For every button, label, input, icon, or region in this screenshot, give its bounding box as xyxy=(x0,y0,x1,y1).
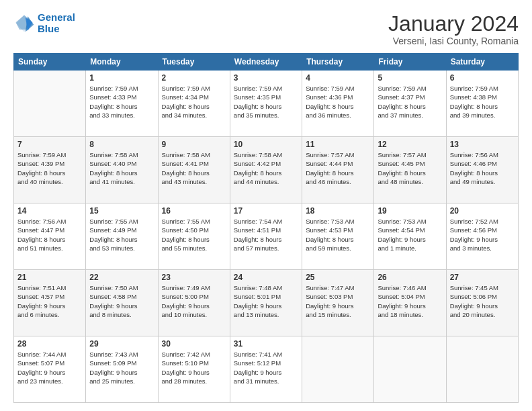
day-number: 15 xyxy=(89,206,154,216)
cell-info: Sunrise: 7:54 AM Sunset: 4:51 PM Dayligh… xyxy=(234,217,298,253)
day-number: 25 xyxy=(306,273,370,282)
calendar-day-header: Thursday xyxy=(302,54,374,71)
cell-info: Sunrise: 7:41 AM Sunset: 5:12 PM Dayligh… xyxy=(234,350,298,385)
cell-info: Sunrise: 7:58 AM Sunset: 4:41 PM Dayligh… xyxy=(162,150,226,186)
cell-info: Sunrise: 7:55 AM Sunset: 4:50 PM Dayligh… xyxy=(162,217,226,253)
calendar-cell: 5Sunrise: 7:59 AM Sunset: 4:37 PM Daylig… xyxy=(374,71,446,137)
day-number: 30 xyxy=(162,339,226,349)
cell-info: Sunrise: 7:59 AM Sunset: 4:36 PM Dayligh… xyxy=(306,84,370,120)
calendar-cell: 1Sunrise: 7:59 AM Sunset: 4:33 PM Daylig… xyxy=(86,71,158,137)
cell-info: Sunrise: 7:47 AM Sunset: 5:03 PM Dayligh… xyxy=(306,283,370,319)
logo-icon xyxy=(13,13,35,34)
cell-info: Sunrise: 7:59 AM Sunset: 4:38 PM Dayligh… xyxy=(450,84,515,120)
day-number: 14 xyxy=(17,206,82,216)
cell-info: Sunrise: 7:48 AM Sunset: 5:01 PM Dayligh… xyxy=(234,283,298,319)
calendar-day-header: Friday xyxy=(374,54,446,71)
cell-info: Sunrise: 7:58 AM Sunset: 4:40 PM Dayligh… xyxy=(89,150,154,186)
calendar-week-row: 1Sunrise: 7:59 AM Sunset: 4:33 PM Daylig… xyxy=(14,71,519,137)
cell-info: Sunrise: 7:58 AM Sunset: 4:42 PM Dayligh… xyxy=(234,150,298,186)
calendar-cell: 27Sunrise: 7:45 AM Sunset: 5:06 PM Dayli… xyxy=(446,270,518,336)
cell-info: Sunrise: 7:46 AM Sunset: 5:04 PM Dayligh… xyxy=(378,283,442,319)
page: General Blue January 2024 Verseni, Iasi … xyxy=(0,0,532,411)
cell-info: Sunrise: 7:59 AM Sunset: 4:35 PM Dayligh… xyxy=(234,84,298,120)
calendar-cell: 11Sunrise: 7:57 AM Sunset: 4:44 PM Dayli… xyxy=(302,137,374,203)
calendar-cell: 22Sunrise: 7:50 AM Sunset: 4:58 PM Dayli… xyxy=(86,270,158,336)
day-number: 12 xyxy=(378,140,442,149)
day-number: 6 xyxy=(450,73,515,83)
calendar-cell: 31Sunrise: 7:41 AM Sunset: 5:12 PM Dayli… xyxy=(230,336,302,403)
day-number: 29 xyxy=(89,339,154,349)
calendar-day-header: Wednesday xyxy=(230,54,302,71)
calendar-cell: 3Sunrise: 7:59 AM Sunset: 4:35 PM Daylig… xyxy=(230,71,302,137)
calendar-cell: 15Sunrise: 7:55 AM Sunset: 4:49 PM Dayli… xyxy=(86,203,158,270)
day-number: 21 xyxy=(17,273,82,282)
calendar-cell: 28Sunrise: 7:44 AM Sunset: 5:07 PM Dayli… xyxy=(14,336,86,403)
day-number: 17 xyxy=(234,206,298,216)
calendar-cell: 14Sunrise: 7:56 AM Sunset: 4:47 PM Dayli… xyxy=(14,203,86,270)
calendar-cell: 12Sunrise: 7:57 AM Sunset: 4:45 PM Dayli… xyxy=(374,137,446,203)
calendar-cell: 29Sunrise: 7:43 AM Sunset: 5:09 PM Dayli… xyxy=(86,336,158,403)
calendar-cell: 23Sunrise: 7:49 AM Sunset: 5:00 PM Dayli… xyxy=(158,270,230,336)
day-number: 1 xyxy=(89,73,154,83)
day-number: 18 xyxy=(306,206,370,216)
day-number: 24 xyxy=(234,273,298,282)
day-number: 4 xyxy=(306,73,370,83)
cell-info: Sunrise: 7:59 AM Sunset: 4:33 PM Dayligh… xyxy=(89,84,154,120)
calendar-cell: 6Sunrise: 7:59 AM Sunset: 4:38 PM Daylig… xyxy=(446,71,518,137)
calendar-day-header: Sunday xyxy=(14,54,86,71)
calendar-cell: 26Sunrise: 7:46 AM Sunset: 5:04 PM Dayli… xyxy=(374,270,446,336)
cell-info: Sunrise: 7:50 AM Sunset: 4:58 PM Dayligh… xyxy=(89,283,154,319)
day-number: 19 xyxy=(378,206,442,216)
calendar-week-row: 28Sunrise: 7:44 AM Sunset: 5:07 PM Dayli… xyxy=(14,336,519,403)
calendar-day-header: Monday xyxy=(86,54,158,71)
calendar-cell: 18Sunrise: 7:53 AM Sunset: 4:53 PM Dayli… xyxy=(302,203,374,270)
cell-info: Sunrise: 7:57 AM Sunset: 4:45 PM Dayligh… xyxy=(378,150,442,186)
day-number: 28 xyxy=(17,339,82,349)
calendar-header-row: SundayMondayTuesdayWednesdayThursdayFrid… xyxy=(14,54,519,71)
calendar-cell: 10Sunrise: 7:58 AM Sunset: 4:42 PM Dayli… xyxy=(230,137,302,203)
day-number: 2 xyxy=(162,73,226,83)
calendar-week-row: 21Sunrise: 7:51 AM Sunset: 4:57 PM Dayli… xyxy=(14,270,519,336)
cell-info: Sunrise: 7:53 AM Sunset: 4:54 PM Dayligh… xyxy=(378,217,442,253)
day-number: 9 xyxy=(162,140,226,149)
calendar-cell: 19Sunrise: 7:53 AM Sunset: 4:54 PM Dayli… xyxy=(374,203,446,270)
calendar-cell: 20Sunrise: 7:52 AM Sunset: 4:56 PM Dayli… xyxy=(446,203,518,270)
day-number: 31 xyxy=(234,339,298,349)
logo-text: General Blue xyxy=(38,12,75,34)
day-number: 3 xyxy=(234,73,298,83)
cell-info: Sunrise: 7:59 AM Sunset: 4:34 PM Dayligh… xyxy=(162,84,226,120)
calendar-day-header: Tuesday xyxy=(158,54,230,71)
calendar-cell: 7Sunrise: 7:59 AM Sunset: 4:39 PM Daylig… xyxy=(14,137,86,203)
cell-info: Sunrise: 7:49 AM Sunset: 5:00 PM Dayligh… xyxy=(162,283,226,319)
cell-info: Sunrise: 7:55 AM Sunset: 4:49 PM Dayligh… xyxy=(89,217,154,253)
cell-info: Sunrise: 7:56 AM Sunset: 4:47 PM Dayligh… xyxy=(17,217,82,253)
day-number: 16 xyxy=(162,206,226,216)
day-number: 11 xyxy=(306,140,370,149)
calendar-cell: 21Sunrise: 7:51 AM Sunset: 4:57 PM Dayli… xyxy=(14,270,86,336)
calendar-table: SundayMondayTuesdayWednesdayThursdayFrid… xyxy=(13,53,519,403)
cell-info: Sunrise: 7:57 AM Sunset: 4:44 PM Dayligh… xyxy=(306,150,370,186)
calendar-cell: 25Sunrise: 7:47 AM Sunset: 5:03 PM Dayli… xyxy=(302,270,374,336)
cell-info: Sunrise: 7:53 AM Sunset: 4:53 PM Dayligh… xyxy=(306,217,370,253)
day-number: 7 xyxy=(17,140,82,149)
logo-general: General xyxy=(38,11,75,23)
day-number: 22 xyxy=(89,273,154,282)
cell-info: Sunrise: 7:51 AM Sunset: 4:57 PM Dayligh… xyxy=(17,283,82,319)
day-number: 5 xyxy=(378,73,442,83)
calendar-week-row: 7Sunrise: 7:59 AM Sunset: 4:39 PM Daylig… xyxy=(14,137,519,203)
calendar-cell: 24Sunrise: 7:48 AM Sunset: 5:01 PM Dayli… xyxy=(230,270,302,336)
calendar-cell: 2Sunrise: 7:59 AM Sunset: 4:34 PM Daylig… xyxy=(158,71,230,137)
cell-info: Sunrise: 7:59 AM Sunset: 4:37 PM Dayligh… xyxy=(378,84,442,120)
cell-info: Sunrise: 7:44 AM Sunset: 5:07 PM Dayligh… xyxy=(17,350,82,385)
logo: General Blue xyxy=(13,12,75,34)
calendar-cell: 13Sunrise: 7:56 AM Sunset: 4:46 PM Dayli… xyxy=(446,137,518,203)
calendar-cell xyxy=(374,336,446,403)
day-number: 13 xyxy=(450,140,515,149)
day-number: 26 xyxy=(378,273,442,282)
cell-info: Sunrise: 7:59 AM Sunset: 4:39 PM Dayligh… xyxy=(17,150,82,186)
day-number: 20 xyxy=(450,206,515,216)
calendar-cell: 17Sunrise: 7:54 AM Sunset: 4:51 PM Dayli… xyxy=(230,203,302,270)
day-number: 8 xyxy=(89,140,154,149)
cell-info: Sunrise: 7:42 AM Sunset: 5:10 PM Dayligh… xyxy=(162,350,226,385)
day-number: 27 xyxy=(450,273,515,282)
